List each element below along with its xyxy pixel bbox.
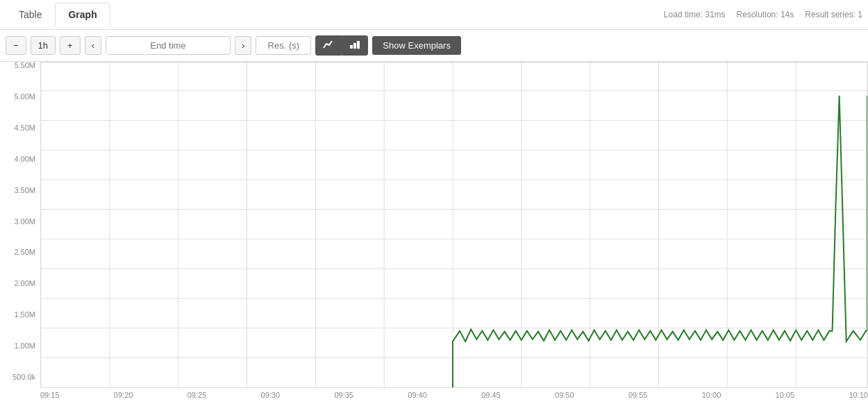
result-series: Result series: 1 (805, 10, 862, 19)
duration-button[interactable]: 1h (31, 36, 56, 55)
x-label-2: 09:25 (187, 391, 207, 399)
y-label-9: 5.00M (0, 93, 35, 101)
svg-rect-1 (353, 43, 356, 49)
svg-rect-2 (357, 41, 360, 49)
chart-area (40, 62, 868, 388)
tab-graph[interactable]: Graph (55, 3, 110, 26)
y-axis-labels: 500.0k 1.00M 1.50M 2.00M 2.50M 3.00M 3.5… (0, 62, 38, 381)
x-label-4: 09:35 (334, 391, 353, 399)
resolution: Resolution: 14s (737, 10, 794, 19)
increase-duration-button[interactable]: + (60, 36, 81, 55)
resolution-input[interactable] (256, 36, 311, 55)
y-label-3: 2.00M (0, 280, 35, 287)
show-exemplars-button[interactable]: Show Exemplars (372, 36, 461, 55)
tab-table[interactable]: Table (6, 3, 55, 26)
y-label-8: 4.50M (0, 124, 35, 132)
x-label-10: 10:05 (776, 391, 795, 399)
x-label-6: 09:45 (481, 391, 501, 399)
prev-time-button[interactable]: ‹ (85, 36, 101, 55)
end-time-input[interactable] (106, 36, 231, 55)
toolbar: − 1h + ‹ › Show Exemplars (0, 30, 868, 62)
top-bar: Table Graph Load time: 31ms Resolution: … (0, 0, 868, 30)
line-chart-button[interactable] (315, 35, 342, 56)
x-label-1: 09:20 (114, 391, 133, 399)
y-label-4: 2.50M (0, 249, 35, 256)
x-label-8: 09:55 (628, 391, 648, 399)
stacked-chart-button[interactable] (342, 35, 368, 56)
next-time-button[interactable]: › (235, 36, 251, 55)
load-time: Load time: 31ms (664, 10, 726, 19)
svg-rect-0 (350, 45, 353, 49)
y-label-0: 500.0k (0, 373, 35, 381)
y-label-6: 3.50M (0, 187, 35, 194)
y-label-2: 1.50M (0, 311, 35, 319)
x-label-11: 10:10 (849, 391, 868, 399)
x-label-0: 09:15 (40, 391, 60, 399)
chart-type-toggle (315, 35, 368, 56)
decrease-duration-button[interactable]: − (6, 36, 26, 55)
x-label-9: 10:00 (702, 391, 721, 399)
y-label-1: 1.00M (0, 342, 35, 350)
x-label-5: 09:40 (408, 391, 427, 399)
y-label-7: 4.00M (0, 156, 35, 163)
chart-svg (41, 62, 867, 387)
x-axis-labels: 09:15 09:20 09:25 09:30 09:35 09:40 09:4… (40, 388, 868, 402)
y-label-10: 5.50M (0, 62, 35, 69)
meta-info: Load time: 31ms Resolution: 14s Result s… (664, 10, 862, 19)
x-label-7: 09:50 (555, 391, 574, 399)
x-label-3: 09:30 (261, 391, 281, 399)
y-label-5: 3.00M (0, 218, 35, 226)
tabs: Table Graph (6, 3, 110, 26)
